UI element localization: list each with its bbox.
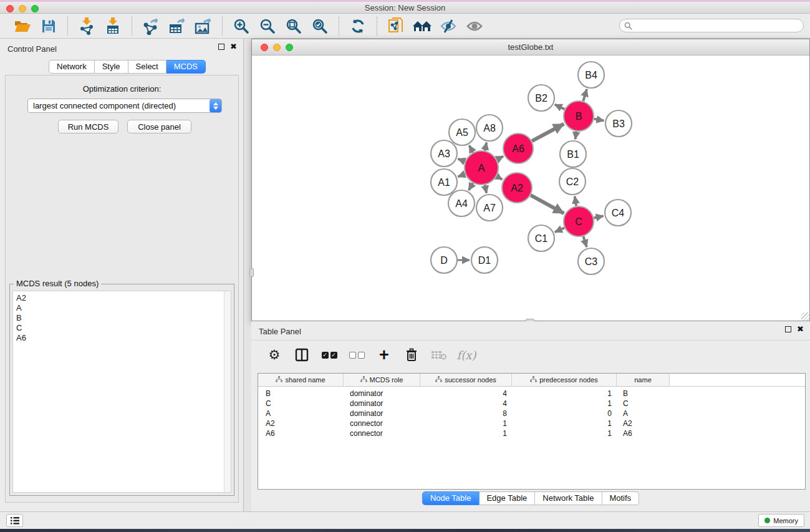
table-cell[interactable]: dominator: [344, 399, 420, 408]
table-cell[interactable]: dominator: [344, 389, 420, 398]
network-edge[interactable]: [458, 174, 465, 177]
table-cell[interactable]: connector: [344, 429, 420, 438]
close-panel-button[interactable]: Close panel: [127, 120, 191, 133]
import-table-button[interactable]: [102, 16, 124, 36]
network-edge[interactable]: [485, 185, 487, 193]
table-settings-button[interactable]: ⚙: [264, 344, 285, 365]
mcds-result-item[interactable]: B: [13, 313, 231, 323]
save-session-button[interactable]: [37, 16, 60, 36]
network-edge[interactable]: [555, 104, 565, 109]
column-header-predecessor-nodes[interactable]: predecessor nodes: [512, 374, 617, 386]
tab-network-table[interactable]: Network Table: [535, 491, 602, 505]
network-window-titlebar[interactable]: testGlobe.txt: [252, 39, 809, 56]
table-row[interactable]: A6connector11A6: [258, 428, 805, 438]
table-row[interactable]: Adominator80A: [258, 409, 805, 418]
network-edge[interactable]: [583, 236, 586, 247]
table-cell[interactable]: C: [258, 399, 344, 408]
network-edge[interactable]: [531, 195, 564, 213]
column-header-shared-name[interactable]: shared name: [258, 374, 344, 386]
show-all-button[interactable]: [463, 16, 486, 36]
network-edge[interactable]: [575, 196, 576, 206]
task-history-button[interactable]: [6, 514, 23, 527]
function-builder-button[interactable]: f(x): [456, 344, 477, 365]
mcds-result-item[interactable]: A: [13, 303, 231, 313]
network-canvas[interactable]: AA6A2BCA1A3A4A5A7A8B1B2B3B4C1C2C3C4DD1: [253, 56, 809, 319]
run-mcds-button[interactable]: Run MCDS: [58, 120, 118, 133]
column-header-name[interactable]: name: [617, 374, 670, 386]
mcds-result-item[interactable]: A6: [13, 333, 231, 343]
tab-motifs[interactable]: Motifs: [602, 491, 639, 505]
mcds-list-scrollbar[interactable]: [224, 291, 231, 492]
network-view-window[interactable]: testGlobe.txt AA6A2BCA1A3A4A5A7A8B1B2B3B…: [251, 39, 810, 321]
tab-style[interactable]: Style: [95, 60, 128, 74]
import-network-button[interactable]: [75, 16, 98, 36]
table-cell[interactable]: A: [617, 409, 670, 418]
tab-edge-table[interactable]: Edge Table: [479, 491, 535, 505]
zoom-out-button[interactable]: [256, 16, 279, 36]
mcds-result-item[interactable]: C: [13, 323, 231, 333]
memory-button[interactable]: Memory: [758, 514, 804, 527]
table-cell[interactable]: 4: [420, 389, 512, 398]
splitter-grip-left[interactable]: [249, 268, 254, 277]
table-cell[interactable]: 1: [512, 429, 617, 438]
table-cell[interactable]: dominator: [344, 409, 420, 418]
search-input[interactable]: [635, 21, 803, 30]
optimization-criterion-dropdown[interactable]: largest connected component (directed): [27, 99, 222, 113]
select-all-button[interactable]: ✓✓: [319, 344, 340, 365]
network-edge[interactable]: [485, 143, 487, 151]
float-panel-icon[interactable]: [218, 44, 224, 50]
network-edge[interactable]: [469, 145, 473, 152]
network-edge[interactable]: [458, 159, 465, 162]
table-cell[interactable]: C: [617, 399, 670, 408]
network-resize-grip[interactable]: [801, 312, 809, 321]
delete-button[interactable]: [401, 344, 422, 365]
mcds-result-list[interactable]: A2ABCA6: [12, 291, 231, 493]
export-network-button[interactable]: [140, 16, 162, 36]
close-table-panel-icon[interactable]: ✖: [797, 326, 804, 332]
delete-table-button[interactable]: [428, 344, 450, 365]
table-cell[interactable]: 0: [512, 409, 617, 418]
table-cell[interactable]: B: [617, 389, 670, 398]
table-cell[interactable]: A6: [617, 429, 670, 438]
search-field[interactable]: [619, 19, 804, 32]
deselect-all-button[interactable]: [346, 344, 367, 365]
zoom-fit-button[interactable]: [282, 16, 305, 36]
table-row[interactable]: Cdominator41C: [258, 399, 805, 409]
column-header-MCDS-role[interactable]: MCDS role: [344, 374, 420, 386]
tab-node-table[interactable]: Node Table: [422, 491, 480, 505]
table-cell[interactable]: 1: [420, 429, 512, 438]
table-cell[interactable]: B: [258, 389, 344, 398]
close-panel-icon[interactable]: ✖: [230, 44, 237, 50]
main-titlebar[interactable]: Session: New Session: [0, 2, 810, 14]
network-edge[interactable]: [594, 216, 603, 218]
table-cell[interactable]: A2: [258, 419, 344, 428]
first-neighbors-button[interactable]: [411, 16, 433, 36]
table-row[interactable]: Bdominator41B: [258, 389, 805, 399]
network-edge[interactable]: [469, 183, 473, 190]
tab-network[interactable]: Network: [49, 60, 95, 74]
table-cell[interactable]: A2: [617, 419, 670, 428]
show-columns-button[interactable]: [291, 344, 312, 365]
network-edge[interactable]: [555, 228, 564, 232]
table-cell[interactable]: A6: [258, 429, 344, 438]
table-cell[interactable]: 1: [512, 399, 617, 408]
table-row[interactable]: A2connector11A2: [258, 418, 805, 428]
table-cell[interactable]: A: [258, 409, 344, 418]
network-edge[interactable]: [497, 157, 503, 160]
zoom-selected-button[interactable]: [309, 16, 331, 36]
table-cell[interactable]: 1: [512, 419, 617, 428]
table-cell[interactable]: 1: [512, 389, 617, 398]
export-table-button[interactable]: [166, 16, 188, 36]
network-edge[interactable]: [594, 119, 604, 121]
table-cell[interactable]: 8: [420, 409, 512, 418]
mcds-result-item[interactable]: A2: [13, 291, 231, 303]
table-cell[interactable]: 1: [420, 419, 512, 428]
new-network-from-selection-button[interactable]: [385, 16, 407, 36]
network-edge[interactable]: [583, 89, 587, 101]
network-edge[interactable]: [576, 132, 577, 140]
float-table-panel-icon[interactable]: [785, 326, 791, 332]
zoom-in-button[interactable]: [230, 16, 253, 36]
tab-select[interactable]: Select: [128, 60, 166, 74]
table-cell[interactable]: 4: [420, 399, 512, 408]
node-table[interactable]: shared nameMCDS rolesuccessor nodesprede…: [258, 373, 806, 490]
